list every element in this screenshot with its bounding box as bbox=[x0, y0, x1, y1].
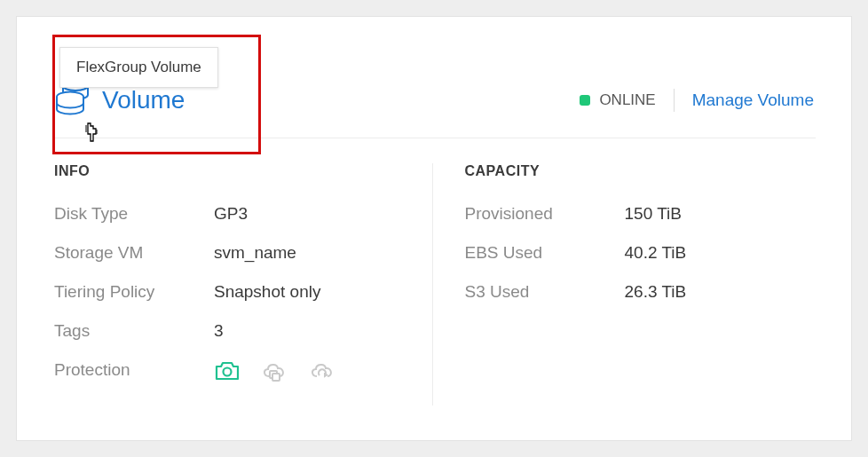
snapshot-camera-icon[interactable] bbox=[214, 360, 241, 386]
value-provisioned: 150 TiB bbox=[625, 204, 682, 224]
value-tiering-policy: Snapshot only bbox=[214, 282, 320, 302]
value-tags: 3 bbox=[214, 321, 224, 341]
label-storage-vm: Storage VM bbox=[54, 243, 214, 263]
capacity-row-ebs-used: EBS Used 40.2 TiB bbox=[465, 243, 817, 263]
status-dot-icon bbox=[580, 95, 590, 106]
info-section: INFO Disk Type GP3 Storage VM svm_name T… bbox=[54, 163, 433, 406]
info-row-tiering-policy: Tiering Policy Snapshot only bbox=[54, 282, 406, 302]
info-row-disk-type: Disk Type GP3 bbox=[54, 204, 406, 224]
value-storage-vm: svm_name bbox=[214, 243, 296, 263]
volume-card: FlexGroup Volume Volume ON bbox=[16, 16, 852, 441]
label-tags: Tags bbox=[54, 321, 214, 341]
svg-point-2 bbox=[224, 368, 232, 376]
label-disk-type: Disk Type bbox=[54, 204, 214, 224]
value-ebs-used: 40.2 TiB bbox=[625, 243, 687, 263]
replication-cloud-icon[interactable] bbox=[260, 360, 288, 386]
header-actions: ONLINE Manage Volume bbox=[580, 89, 814, 112]
capacity-section: CAPACITY Provisioned 150 TiB EBS Used 40… bbox=[433, 163, 817, 406]
status-label: ONLINE bbox=[599, 91, 655, 109]
status-indicator: ONLINE bbox=[580, 91, 655, 109]
volume-title: Volume bbox=[102, 86, 185, 114]
divider bbox=[674, 89, 675, 112]
capacity-title: CAPACITY bbox=[465, 163, 817, 179]
capacity-row-s3-used: S3 Used 26.3 TiB bbox=[465, 282, 817, 302]
label-protection: Protection bbox=[54, 360, 214, 386]
value-disk-type: GP3 bbox=[214, 204, 248, 224]
pointer-cursor-icon bbox=[81, 122, 102, 150]
label-s3-used: S3 Used bbox=[465, 282, 625, 302]
tooltip-text: FlexGroup Volume bbox=[76, 59, 201, 75]
label-ebs-used: EBS Used bbox=[465, 243, 625, 263]
info-row-storage-vm: Storage VM svm_name bbox=[54, 243, 406, 263]
svg-rect-4 bbox=[272, 374, 280, 381]
info-row-tags: Tags 3 bbox=[54, 321, 406, 341]
info-title: INFO bbox=[54, 163, 406, 179]
label-provisioned: Provisioned bbox=[465, 204, 625, 224]
card-body: INFO Disk Type GP3 Storage VM svm_name T… bbox=[17, 138, 851, 414]
label-tiering-policy: Tiering Policy bbox=[54, 282, 214, 302]
info-row-protection: Protection bbox=[54, 360, 406, 386]
value-s3-used: 26.3 TiB bbox=[625, 282, 687, 302]
backup-cloud-icon[interactable] bbox=[308, 360, 336, 386]
protection-icons-group bbox=[214, 360, 336, 386]
manage-volume-link[interactable]: Manage Volume bbox=[692, 91, 814, 110]
capacity-row-provisioned: Provisioned 150 TiB bbox=[465, 204, 817, 224]
volume-tooltip: FlexGroup Volume bbox=[59, 47, 218, 88]
